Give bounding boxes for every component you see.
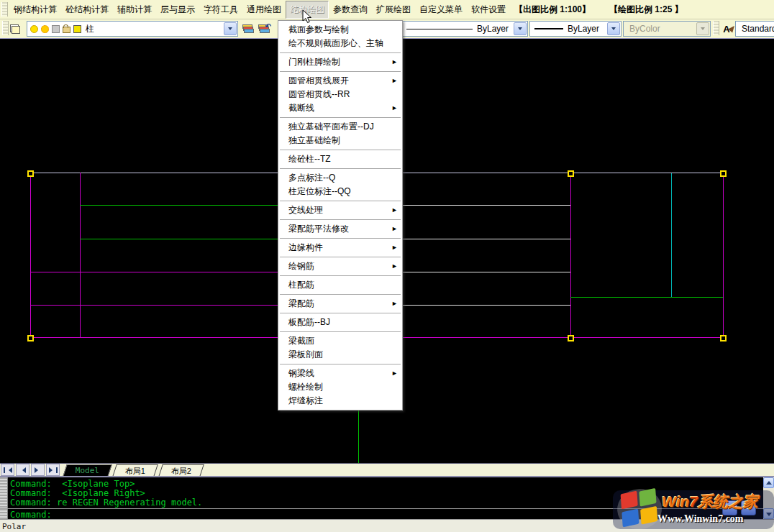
- prev-tab-button[interactable]: [16, 464, 29, 476]
- cad-line-3[interactable]: [570, 173, 571, 338]
- menubar-item-7[interactable]: 参数查询: [329, 1, 372, 19]
- polar-mode-indicator[interactable]: Polar: [2, 522, 26, 531]
- menu-item-18[interactable]: 梁截面: [278, 334, 402, 348]
- menu-item-2[interactable]: 门刚柱脚绘制►: [278, 55, 402, 69]
- menu-separator: [280, 257, 401, 257]
- menu-item-label: 多点标注--Q: [288, 173, 335, 183]
- cad-line-2[interactable]: [80, 173, 81, 337]
- submenu-arrow-icon: ►: [391, 55, 398, 69]
- menu-separator: [280, 117, 401, 118]
- menu-item-5[interactable]: 截断线►: [278, 101, 402, 115]
- menubar-item-8[interactable]: 扩展绘图: [372, 1, 415, 19]
- menu-item-1[interactable]: 绘不规则截面形心、主轴: [278, 37, 402, 50]
- menu-item-22[interactable]: 焊缝标注: [278, 394, 402, 408]
- menu-item-label: 绘不规则截面形心、主轴: [288, 38, 383, 48]
- lineweight-combo[interactable]: ByLayer: [529, 21, 622, 37]
- menubar-item-10[interactable]: 软件设置: [467, 1, 510, 19]
- menu-item-19[interactable]: 梁板剖面: [278, 348, 402, 362]
- cad-line-15[interactable]: [671, 173, 672, 297]
- menu-item-8[interactable]: 绘砼柱--TZ: [278, 152, 402, 166]
- menubar-item-3[interactable]: 层与显示: [156, 1, 199, 19]
- lineweight-value: ByLayer: [568, 24, 599, 34]
- menubar-item-12[interactable]: 【绘图比例 1:25 】: [605, 1, 688, 19]
- menubar-item-11[interactable]: 【出图比例 1:100】: [510, 1, 595, 19]
- tab-布局1[interactable]: 布局1: [112, 464, 158, 477]
- text-style-button[interactable]: A: [718, 21, 735, 37]
- menu-separator: [280, 364, 401, 364]
- selection-grip-3[interactable]: [27, 335, 34, 341]
- menubar-item-9[interactable]: 自定义菜单: [415, 1, 467, 19]
- menu-item-0[interactable]: 截面参数与绘制: [278, 23, 402, 37]
- menu-item-15[interactable]: 柱配筋: [278, 278, 402, 292]
- submenu-arrow-icon: ►: [391, 101, 398, 115]
- menu-separator: [280, 71, 401, 72]
- tab-label: Model: [76, 465, 99, 477]
- layer-unlock-icon[interactable]: [63, 27, 70, 33]
- menu-separator: [280, 201, 401, 201]
- menu-item-16[interactable]: 梁配筋►: [278, 297, 402, 311]
- menubar-grip[interactable]: [1, 2, 8, 17]
- menu-separator: [280, 52, 401, 53]
- selection-grip-2[interactable]: [720, 170, 727, 177]
- menu-item-13[interactable]: 边缘构件►: [278, 241, 402, 254]
- submenu-arrow-icon: ►: [391, 222, 398, 236]
- command-prompt[interactable]: Command:: [10, 510, 52, 520]
- layer-thaw-sun-icon[interactable]: [41, 25, 49, 33]
- menu-item-17[interactable]: 板配筋--BJ: [278, 316, 402, 329]
- menu-item-11[interactable]: 交线处理►: [278, 203, 402, 217]
- watermark-brand: Win7系统之家: [662, 492, 758, 512]
- cad-line-1[interactable]: [30, 173, 31, 338]
- selection-grip-4[interactable]: [568, 335, 574, 341]
- menu-item-12[interactable]: 梁配筋平法修改►: [278, 222, 402, 236]
- menu-item-label: 截断线: [288, 103, 314, 113]
- menu-separator: [280, 331, 401, 332]
- tab-布局2[interactable]: 布局2: [158, 464, 204, 477]
- menu-item-4[interactable]: 圆管相贯线--RR: [278, 88, 402, 101]
- selection-grip-1[interactable]: [568, 170, 574, 177]
- menubar-item-5[interactable]: 通用绘图: [242, 1, 286, 19]
- menu-item-label: 梁配筋平法修改: [288, 224, 349, 234]
- menu-item-9[interactable]: 多点标注--Q: [278, 171, 402, 185]
- menu-item-7[interactable]: 独立基础绘制: [278, 134, 402, 147]
- next-tab-button[interactable]: [31, 464, 45, 476]
- text-style-combo[interactable]: Standard: [735, 21, 774, 37]
- menu-separator: [280, 168, 401, 169]
- menu-item-10[interactable]: 柱定位标注--QQ: [278, 185, 402, 198]
- menu-separator: [280, 294, 401, 295]
- layer-previous-button[interactable]: ↶: [255, 21, 272, 37]
- selection-grip-0[interactable]: [27, 170, 34, 177]
- tab-model[interactable]: Model: [63, 464, 112, 477]
- menu-item-label: 交线处理: [288, 205, 323, 215]
- menu-item-21[interactable]: 螺栓绘制: [278, 380, 402, 394]
- layer-on-bulb-icon[interactable]: [30, 25, 38, 33]
- menu-item-3[interactable]: 圆管相贯线展开►: [278, 74, 402, 88]
- menu-item-label: 绘砼柱--TZ: [288, 154, 331, 164]
- menubar-item-0[interactable]: 钢结构计算: [9, 1, 61, 19]
- layer-freeze-viewport-icon[interactable]: [52, 25, 60, 33]
- make-object-layer-current-button[interactable]: [239, 21, 256, 37]
- text-style-icon: A: [723, 24, 729, 35]
- layer-combo-dropdown-button[interactable]: [224, 22, 237, 35]
- menubar-item-1[interactable]: 砼结构计算: [61, 1, 113, 19]
- cad-line-16[interactable]: [358, 408, 359, 465]
- submenu-arrow-icon: ►: [391, 297, 398, 311]
- cad-line-14[interactable]: [570, 297, 723, 298]
- menubar-item-2[interactable]: 辅助计算: [113, 1, 156, 19]
- selection-grip-5[interactable]: [720, 335, 727, 341]
- layer-color-swatch[interactable]: [73, 25, 81, 33]
- command-window-grip[interactable]: [0, 477, 8, 519]
- menu-item-20[interactable]: 钢梁线►: [278, 367, 402, 380]
- menubar-item-4[interactable]: 字符工具: [199, 1, 242, 19]
- menu-item-label: 边缘构件: [288, 242, 323, 252]
- menu-item-14[interactable]: 绘钢筋►: [278, 260, 402, 273]
- last-tab-button[interactable]: [46, 464, 60, 476]
- menu-item-6[interactable]: 独立基础平面布置--DJ: [278, 120, 402, 134]
- first-tab-button[interactable]: [1, 464, 14, 476]
- linetype-combo[interactable]: ByLayer: [401, 21, 528, 37]
- layer-combo[interactable]: 柱: [27, 21, 238, 37]
- cad-line-4[interactable]: [723, 173, 724, 338]
- linetype-combo-dropdown-button[interactable]: [514, 22, 527, 35]
- menu-separator: [280, 238, 401, 239]
- layer-manager-button[interactable]: [6, 21, 24, 37]
- lineweight-combo-dropdown-button[interactable]: [607, 22, 620, 35]
